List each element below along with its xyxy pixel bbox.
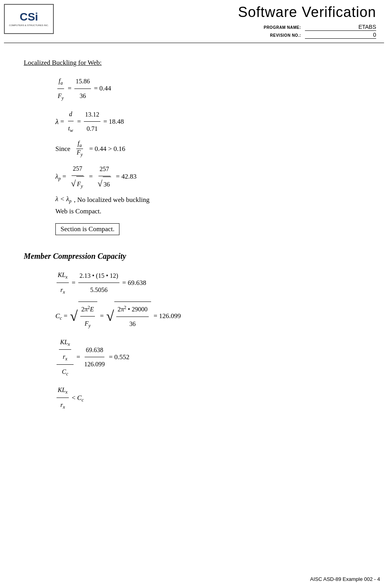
equals2: = 0.44 — [92, 81, 111, 96]
comparison-block: KLx rx < Cc — [55, 383, 364, 412]
ratio-outer-frac: KLx rx Cc — [57, 335, 74, 379]
since-text: Since — [55, 145, 72, 153]
lp-result: = 42.83 — [114, 169, 136, 184]
cc-eq2: = — [98, 309, 105, 323]
ratio-cc: Cc — [61, 365, 69, 379]
kl-top: 2.13 • (15 • 12) — [78, 269, 119, 283]
sqrt-36-content: 36 — [103, 177, 111, 191]
cc-formula-block: Cc = √ 2π2E Fy = √ 2π2 • 29000 36 — [55, 302, 364, 331]
eq3: = — [59, 114, 66, 129]
lambda-lt: λ < λp — [55, 195, 72, 204]
revision-value: 0 — [305, 32, 376, 39]
logo-letters: CSi — [9, 11, 49, 23]
ratio-outer-num: KLx rx — [57, 335, 74, 365]
fa-fy-frac: fa Fy — [57, 74, 65, 103]
klx-num: KLx — [57, 268, 69, 283]
logo-subtext: COMPUTERS & STRUCTURES INC. — [9, 24, 49, 27]
lp-eq1: = — [61, 169, 68, 184]
program-row: PROGRAM NAME: ETABS — [264, 24, 376, 31]
num2-bot: 0.71 — [85, 122, 99, 136]
lambda-p-line: λp = 257 √ Fy = 257 √ 36 — [55, 162, 364, 191]
cc-sqrt-content1: 2π2E Fy — [78, 302, 98, 331]
sqrt-fy-content: Fy — [76, 176, 84, 192]
web-compact-line: Web is Compact. — [55, 207, 364, 215]
ratio-result: = 0.552 — [107, 350, 129, 364]
num1-top: 15.86 — [74, 74, 91, 89]
formula2-line: λ = d tw = 13.12 0.71 = 18.48 — [55, 107, 364, 136]
kl-bot: 5.5056 — [89, 283, 109, 297]
kl-formula-line: KLx rx = 2.13 • (15 • 12) 5.5056 = 69.63… — [55, 268, 364, 297]
cc-inner-num: 2π2E — [80, 302, 95, 317]
num1-bot: 36 — [78, 89, 87, 103]
kl-frac-num: 2.13 • (15 • 12) 5.5056 — [78, 269, 119, 297]
since-frac: fa Fy — [76, 140, 84, 158]
ratio-formula-line: KLx rx Cc = 69.638 126.099 = 0.552 — [55, 335, 364, 379]
kl-eq1: = — [70, 275, 77, 290]
lp-eq2: = — [87, 169, 95, 184]
since-line: Since fa Fy = 0.44 > 0.16 — [55, 140, 364, 158]
comparison-line: KLx rx < Cc — [55, 383, 364, 412]
cmp-frac: KLx rx — [57, 383, 69, 412]
since-value: = 0.44 > 0.16 — [87, 145, 125, 153]
formula2-block: λ = d tw = 13.12 0.71 = 18.48 — [55, 107, 364, 136]
revision-row: REVISION NO.: 0 — [270, 32, 376, 39]
cc-num-bot: 36 — [128, 317, 137, 331]
cc-sqrt2: √ 2π2 • 29000 36 — [106, 302, 151, 331]
num2-top: 13.12 — [84, 107, 100, 122]
section1-heading: Localized Buckling for Web: — [24, 59, 364, 67]
footer: AISC ASD-89 Example 002 - 4 — [310, 576, 380, 582]
lp-den1: √ Fy — [69, 176, 86, 191]
cc-sqrt-sym2: √ — [106, 309, 114, 323]
num-frac1: 15.86 36 — [74, 74, 91, 102]
ratio-eq1: = — [75, 350, 82, 364]
cc-num-frac: 2π2 • 29000 36 — [116, 302, 149, 331]
fy-denominator: Fy — [57, 89, 65, 104]
cmp-klx: KLx — [57, 383, 69, 398]
ratio-inner-frac: KLx rx — [59, 335, 71, 364]
logo: CSi COMPUTERS & STRUCTURES INC. — [4, 4, 54, 34]
footer-text: AISC ASD-89 Example 002 - 4 — [310, 576, 380, 582]
rx-den: rx — [59, 283, 66, 298]
cc-inner-den: Fy — [83, 317, 92, 331]
conclusion1-line: λ < λp , No localized web buckling — [55, 195, 364, 204]
ratio-num-frac: 69.638 126.099 — [83, 343, 106, 371]
lambda-symbol: λ — [55, 113, 59, 130]
cc-result: = 126.099 — [152, 309, 181, 323]
eq5: = 18.48 — [102, 114, 124, 129]
num-frac2: 13.12 0.71 — [84, 107, 100, 136]
header-info: PROGRAM NAME: ETABS REVISION NO.: 0 — [54, 24, 376, 39]
fa-numerator: fa — [57, 74, 64, 89]
cc-sqrt-sym1: √ — [70, 309, 78, 323]
equals1: = — [66, 81, 73, 96]
lp-frac1: 257 √ Fy — [69, 162, 86, 191]
lp-num1: 257 — [72, 162, 83, 176]
ratio-formula-block: KLx rx Cc = 69.638 126.099 = 0.552 — [55, 335, 364, 379]
member-heading: Member Compression Capacity — [24, 252, 364, 261]
formula1-line: fa Fy = 15.86 36 = 0.44 — [55, 74, 364, 103]
header-title-area: Software Verification PROGRAM NAME: ETAB… — [54, 4, 380, 39]
lp-num2: 257 — [98, 162, 110, 176]
sqrt-symbol1: √ — [71, 179, 76, 188]
sqrt-symbol2: √ — [98, 179, 102, 188]
program-label: PROGRAM NAME: — [264, 25, 301, 30]
lambda-p-sym: λp — [55, 169, 61, 184]
kl-formula-block: KLx rx = 2.13 • (15 • 12) 5.5056 = 69.63… — [55, 268, 364, 297]
page-title: Software Verification — [54, 4, 376, 21]
conclusion1-text: , No localized web buckling — [74, 196, 150, 204]
cc-num-top: 2π2 • 29000 — [116, 302, 149, 317]
section-compact-box: Section is Compact. — [55, 223, 119, 235]
kl-rx-frac: KLx rx — [57, 268, 69, 297]
sqrt-fy: √ Fy — [71, 176, 84, 192]
since-fa: fa — [76, 140, 83, 149]
cc-sym: Cc — [55, 309, 62, 324]
lp-den2: √ 36 — [96, 176, 113, 191]
sqrt-36: √ 36 — [98, 177, 111, 191]
header: CSi COMPUTERS & STRUCTURES INC. Software… — [0, 0, 388, 43]
cc-eq1: = — [62, 309, 69, 323]
cmp-rx: rx — [59, 398, 66, 413]
cc-formula-line: Cc = √ 2π2E Fy = √ 2π2 • 29000 36 — [55, 302, 364, 331]
d-tw-frac: d tw — [67, 107, 74, 136]
formula1-block: fa Fy = 15.86 36 = 0.44 — [55, 74, 364, 103]
main-content: Localized Buckling for Web: fa Fy = 15.8… — [0, 43, 388, 432]
ratio-bot: 126.099 — [83, 357, 106, 371]
